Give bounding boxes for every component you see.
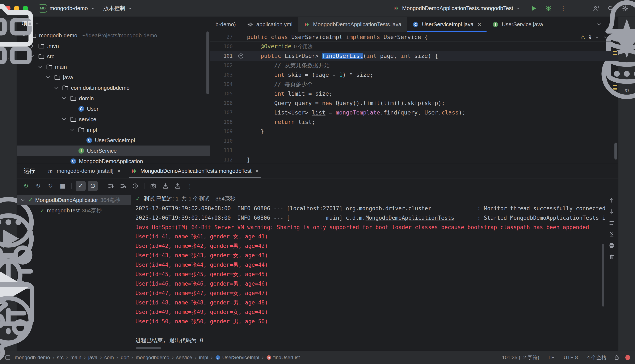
tree-item-mongodbdemoapplication[interactable]: CMongodbDemoApplication — [17, 156, 210, 164]
lock-icon[interactable] — [613, 354, 620, 361]
tree-item-mongodb-demo[interactable]: mongodb-demo ~/IdeaProjects/mongodb-demo — [17, 30, 210, 41]
maven-tool-button[interactable]: m — [621, 85, 632, 95]
line-number[interactable]: 100 — [210, 44, 235, 50]
rerun-failed-button[interactable]: ↻ — [33, 181, 43, 191]
scroll-up-button[interactable] — [607, 196, 616, 204]
structure-tool-button[interactable] — [3, 36, 14, 46]
breadcrumb-java[interactable]: java — [88, 354, 97, 360]
sort-by-duration-button[interactable] — [118, 181, 128, 191]
breadcrumb-doit[interactable]: doit — [121, 354, 129, 360]
chevron-down-icon[interactable] — [603, 34, 608, 40]
run-tab-mongodbdemoapplicationtests-mongodbtest[interactable]: MongodbDemoApplicationTests.mongodbTest … — [126, 164, 264, 178]
dependencies-tool-button[interactable] — [621, 69, 632, 79]
more-tools-tool-button[interactable]: … — [3, 52, 14, 62]
import-test-results-button[interactable] — [160, 181, 170, 191]
close-icon[interactable]: × — [117, 168, 121, 174]
tool-window-widget-icon[interactable] — [5, 354, 11, 361]
stop-button[interactable]: ■ — [58, 181, 68, 191]
tree-item-src[interactable]: src — [17, 51, 210, 62]
breadcrumb-com[interactable]: com — [104, 354, 114, 360]
print-button[interactable] — [607, 242, 616, 249]
tree-item-java[interactable]: java — [17, 72, 210, 82]
run-tab-mongodb-demo-install[interactable]: mmongodb-demo [install] × — [42, 164, 126, 178]
console-output[interactable]: 2025-12-06T19:39:02.098+08:00 INFO 60806… — [132, 204, 605, 347]
line-number[interactable]: 101 — [210, 53, 235, 59]
tree-item-service[interactable]: service — [17, 114, 210, 124]
breadcrumb-src[interactable]: src — [57, 354, 64, 360]
sort-alphabetically-button[interactable] — [106, 181, 116, 191]
project-panel-header[interactable]: 项目 — [17, 17, 210, 30]
editor-tab-b-demo[interactable]: b-demo) — [210, 17, 241, 32]
toggle-auto-test-button[interactable]: ↻ — [45, 181, 55, 191]
editor-tab-userserviceimpl-java[interactable]: CUserServiceImpl.java × — [407, 17, 487, 32]
test-history-button[interactable] — [130, 181, 140, 191]
screenshot-button[interactable] — [148, 181, 158, 191]
test-results-tree[interactable]: ✓ MongodbDemoApplicationTests 364毫秒 ✓ mo… — [17, 194, 131, 350]
run-configuration-selector[interactable]: MongodbDemoApplicationTests.mongodbTest — [390, 3, 524, 13]
code-editor[interactable]: 27 public class UserServiceImpl implemen… — [210, 32, 618, 164]
tree-item-main[interactable]: main — [17, 62, 210, 72]
close-icon[interactable]: × — [255, 168, 259, 174]
rerun-button[interactable]: ↻ — [21, 181, 31, 191]
scroll-to-end-button[interactable] — [607, 230, 616, 238]
show-ignored-button[interactable]: ∅ — [88, 181, 98, 191]
line-number[interactable]: 27 — [210, 34, 235, 40]
editor-tab-mongodbdemoapplicationtests-java[interactable]: MongodbDemoApplicationTests.java — [298, 17, 407, 32]
line-number[interactable]: 105 — [210, 91, 235, 97]
project-tree[interactable]: mongodb-demo ~/IdeaProjects/mongodb-demo… — [17, 30, 210, 164]
editor-scrollbar[interactable] — [612, 32, 618, 164]
line-number[interactable]: 108 — [210, 119, 235, 125]
tree-item-user[interactable]: CUser — [17, 104, 210, 114]
chevron-up-icon[interactable] — [594, 34, 600, 40]
line-number[interactable]: 104 — [210, 81, 235, 87]
clear-all-button[interactable] — [607, 253, 616, 261]
console-horizontal-scrollbar[interactable] — [134, 347, 603, 350]
editor-scrollbar-thumb[interactable] — [614, 142, 617, 160]
line-number[interactable]: 109 — [210, 128, 235, 134]
more-options-button[interactable]: ⋮ — [185, 181, 195, 191]
scrollbar-thumb[interactable] — [136, 347, 161, 349]
project-tree-scrollbar[interactable] — [206, 32, 209, 94]
console-vertical-scrollbar[interactable] — [602, 244, 604, 307]
run-button[interactable] — [529, 4, 538, 13]
status-item-3[interactable]: 4 个空格 — [583, 353, 610, 362]
test-node-mongodbtest[interactable]: ✓ mongodbTest 364毫秒 — [17, 205, 131, 216]
test-node-mongodbdemoapplicationtests[interactable]: ✓ MongodbDemoApplicationTests 364毫秒 — [17, 195, 131, 205]
tree-item-impl[interactable]: impl — [17, 124, 210, 135]
breadcrumb-userserviceimpl[interactable]: CUserServiceImpl — [215, 354, 259, 360]
line-number[interactable]: 110 — [210, 138, 235, 144]
breadcrumb-service[interactable]: service — [176, 354, 192, 360]
debug-button[interactable] — [544, 4, 553, 13]
line-number[interactable]: 103 — [210, 72, 235, 78]
line-number[interactable]: 102 — [210, 62, 235, 68]
more-actions-button[interactable]: ⋮ — [559, 4, 568, 13]
tree-item-com-doit-mongodbdemo[interactable]: com.doit.mongodbdemo — [17, 82, 210, 93]
editor-tab-application-yml[interactable]: application.yml — [241, 17, 298, 32]
breadcrumb-finduserlist[interactable]: mfindUserList — [266, 354, 300, 360]
version-control-tool-button[interactable] — [3, 332, 14, 342]
line-number[interactable]: 112 — [210, 157, 235, 163]
scroll-down-button[interactable] — [607, 208, 616, 215]
analysis-error-indicator-icon[interactable] — [625, 355, 630, 360]
tree-item-userserviceimpl[interactable]: CUserServiceImpl — [17, 135, 210, 146]
vcs-widget[interactable]: 版本控制 — [100, 3, 136, 14]
tree-item-mvn[interactable]: .mvn — [17, 41, 210, 51]
status-item-2[interactable]: UTF-8 — [560, 353, 582, 362]
inspections-widget[interactable]: ⚠ 9 — [580, 34, 608, 40]
tree-item-domin[interactable]: domin — [17, 93, 210, 104]
line-number[interactable]: 107 — [210, 110, 235, 116]
editor-tab-userservice-java[interactable]: IUserService.java — [487, 17, 548, 32]
console-link[interactable]: MongodbDemoApplicationTests — [366, 215, 454, 221]
line-number[interactable]: 111 — [210, 148, 235, 153]
project-selector[interactable]: MD mongodb-demo — [36, 2, 98, 14]
breadcrumb-impl[interactable]: impl — [199, 354, 208, 360]
run-console[interactable]: ✓ 测试 已通过: 1 共 1 个测试 – 364毫秒 2025-12-06T1… — [131, 194, 605, 350]
line-number[interactable]: 106 — [210, 100, 235, 106]
status-item-1[interactable]: LF — [545, 353, 558, 362]
breadcrumb-mongodb-demo[interactable]: mongodb-demo — [15, 354, 50, 360]
status-item-0[interactable]: 101:35 (12 字符) — [498, 353, 543, 362]
tree-item-userservice[interactable]: IUserService — [17, 146, 210, 156]
show-passed-button[interactable]: ✓ — [76, 181, 86, 191]
close-icon[interactable]: × — [478, 21, 481, 28]
export-test-results-button[interactable] — [173, 181, 183, 191]
